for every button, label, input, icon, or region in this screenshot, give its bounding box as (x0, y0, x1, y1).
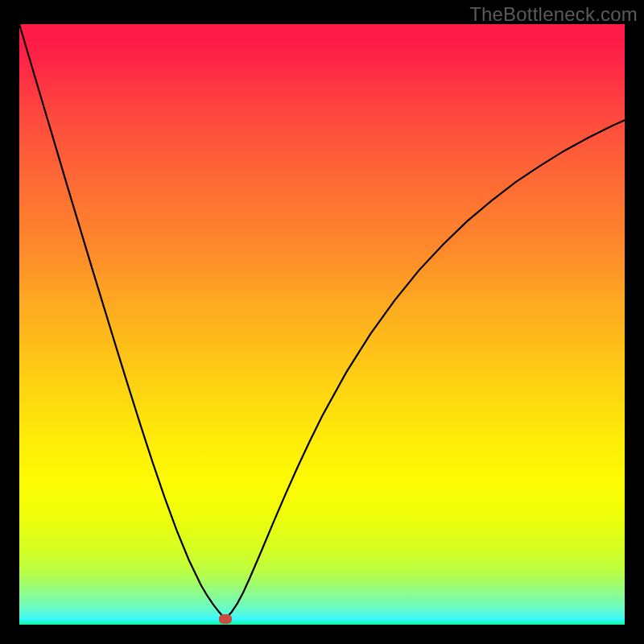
plot-area (19, 24, 625, 625)
chart-container: TheBottleneck.com (0, 0, 644, 644)
watermark-text: TheBottleneck.com (469, 3, 638, 26)
bottleneck-curve (19, 24, 625, 625)
optimum-marker (219, 614, 232, 624)
